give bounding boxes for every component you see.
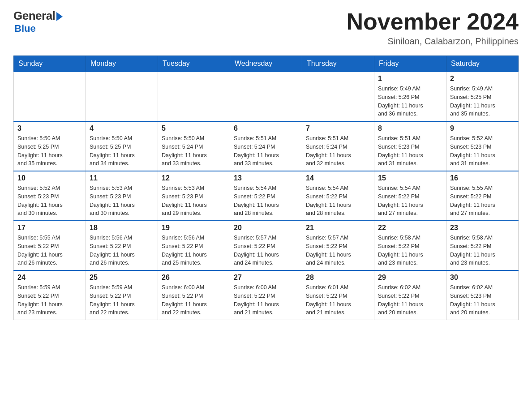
day-number: 22 xyxy=(378,224,442,232)
day-info: Sunrise: 6:02 AMSunset: 5:22 PMDaylight:… xyxy=(378,283,442,317)
logo-blue-text: Blue xyxy=(14,23,36,34)
calendar-cell: 14Sunrise: 5:54 AMSunset: 5:22 PMDayligh… xyxy=(302,171,374,221)
day-info: Sunrise: 6:00 AMSunset: 5:22 PMDaylight:… xyxy=(162,283,226,317)
day-number: 29 xyxy=(378,274,442,282)
day-number: 25 xyxy=(90,274,154,282)
day-number: 4 xyxy=(90,124,154,133)
day-number: 7 xyxy=(306,124,370,133)
calendar-table: Sunday Monday Tuesday Wednesday Thursday… xyxy=(13,56,519,320)
day-number: 30 xyxy=(450,274,515,282)
header-thursday: Thursday xyxy=(302,56,374,72)
calendar-cell: 18Sunrise: 5:56 AMSunset: 5:22 PMDayligh… xyxy=(86,221,158,270)
header-tuesday: Tuesday xyxy=(158,56,230,72)
day-number: 5 xyxy=(162,124,226,133)
header-saturday: Saturday xyxy=(446,56,519,72)
calendar-cell: 10Sunrise: 5:52 AMSunset: 5:23 PMDayligh… xyxy=(14,171,86,221)
calendar-cell: 16Sunrise: 5:55 AMSunset: 5:22 PMDayligh… xyxy=(446,171,519,221)
day-info: Sunrise: 5:56 AMSunset: 5:22 PMDaylight:… xyxy=(162,234,226,267)
calendar-cell xyxy=(14,72,86,121)
calendar-cell: 22Sunrise: 5:58 AMSunset: 5:22 PMDayligh… xyxy=(374,221,446,270)
calendar-cell xyxy=(230,72,302,121)
day-number: 28 xyxy=(306,274,370,282)
week-row-5: 24Sunrise: 5:59 AMSunset: 5:22 PMDayligh… xyxy=(14,270,519,320)
day-info: Sunrise: 5:50 AMSunset: 5:25 PMDaylight:… xyxy=(17,134,82,168)
calendar-cell: 23Sunrise: 5:58 AMSunset: 5:22 PMDayligh… xyxy=(446,221,519,270)
day-info: Sunrise: 5:51 AMSunset: 5:23 PMDaylight:… xyxy=(378,134,442,168)
day-number: 2 xyxy=(450,75,515,83)
day-info: Sunrise: 5:51 AMSunset: 5:24 PMDaylight:… xyxy=(306,134,370,168)
header-sunday: Sunday xyxy=(14,56,86,72)
week-row-4: 17Sunrise: 5:55 AMSunset: 5:22 PMDayligh… xyxy=(14,221,519,270)
calendar-cell: 19Sunrise: 5:56 AMSunset: 5:22 PMDayligh… xyxy=(158,221,230,270)
day-number: 18 xyxy=(90,224,154,232)
title-section: November 2024 Siniloan, Calabarzon, Phil… xyxy=(347,9,519,47)
day-info: Sunrise: 5:59 AMSunset: 5:22 PMDaylight:… xyxy=(90,283,154,317)
calendar-cell: 21Sunrise: 5:57 AMSunset: 5:22 PMDayligh… xyxy=(302,221,374,270)
calendar-cell: 30Sunrise: 6:02 AMSunset: 5:23 PMDayligh… xyxy=(446,270,519,320)
page-header: General Blue November 2024 Siniloan, Cal… xyxy=(13,9,519,47)
week-row-2: 3Sunrise: 5:50 AMSunset: 5:25 PMDaylight… xyxy=(14,121,519,171)
header-monday: Monday xyxy=(86,56,158,72)
day-info: Sunrise: 6:01 AMSunset: 5:22 PMDaylight:… xyxy=(306,283,370,317)
calendar-cell: 5Sunrise: 5:50 AMSunset: 5:24 PMDaylight… xyxy=(158,121,230,171)
calendar-cell: 4Sunrise: 5:50 AMSunset: 5:25 PMDaylight… xyxy=(86,121,158,171)
day-info: Sunrise: 5:53 AMSunset: 5:23 PMDaylight:… xyxy=(162,184,226,218)
day-number: 19 xyxy=(162,224,226,232)
day-info: Sunrise: 5:52 AMSunset: 5:23 PMDaylight:… xyxy=(17,184,82,218)
day-info: Sunrise: 6:02 AMSunset: 5:23 PMDaylight:… xyxy=(450,283,515,317)
calendar-cell xyxy=(86,72,158,121)
day-number: 11 xyxy=(90,174,154,182)
calendar-cell: 27Sunrise: 6:00 AMSunset: 5:22 PMDayligh… xyxy=(230,270,302,320)
calendar-cell xyxy=(302,72,374,121)
calendar-cell: 8Sunrise: 5:51 AMSunset: 5:23 PMDaylight… xyxy=(374,121,446,171)
week-row-3: 10Sunrise: 5:52 AMSunset: 5:23 PMDayligh… xyxy=(14,171,519,221)
header-wednesday: Wednesday xyxy=(230,56,302,72)
day-number: 24 xyxy=(17,274,82,282)
day-number: 16 xyxy=(450,174,515,182)
location-subtitle: Siniloan, Calabarzon, Philippines xyxy=(347,36,519,47)
day-info: Sunrise: 5:54 AMSunset: 5:22 PMDaylight:… xyxy=(306,184,370,218)
day-info: Sunrise: 5:56 AMSunset: 5:22 PMDaylight:… xyxy=(90,234,154,267)
day-number: 21 xyxy=(306,224,370,232)
month-title: November 2024 xyxy=(347,9,519,34)
calendar-cell: 17Sunrise: 5:55 AMSunset: 5:22 PMDayligh… xyxy=(14,221,86,270)
day-number: 13 xyxy=(234,174,298,182)
day-info: Sunrise: 5:54 AMSunset: 5:22 PMDaylight:… xyxy=(378,184,442,218)
calendar-cell: 26Sunrise: 6:00 AMSunset: 5:22 PMDayligh… xyxy=(158,270,230,320)
day-info: Sunrise: 5:59 AMSunset: 5:22 PMDaylight:… xyxy=(17,283,82,317)
day-number: 15 xyxy=(378,174,442,182)
calendar-cell: 13Sunrise: 5:54 AMSunset: 5:22 PMDayligh… xyxy=(230,171,302,221)
calendar-cell: 28Sunrise: 6:01 AMSunset: 5:22 PMDayligh… xyxy=(302,270,374,320)
day-number: 14 xyxy=(306,174,370,182)
day-info: Sunrise: 5:52 AMSunset: 5:23 PMDaylight:… xyxy=(450,134,515,168)
day-info: Sunrise: 5:49 AMSunset: 5:25 PMDaylight:… xyxy=(450,85,515,118)
day-info: Sunrise: 5:49 AMSunset: 5:26 PMDaylight:… xyxy=(378,85,442,118)
calendar-cell: 3Sunrise: 5:50 AMSunset: 5:25 PMDaylight… xyxy=(14,121,86,171)
calendar-cell: 7Sunrise: 5:51 AMSunset: 5:24 PMDaylight… xyxy=(302,121,374,171)
day-info: Sunrise: 5:50 AMSunset: 5:24 PMDaylight:… xyxy=(162,134,226,168)
day-info: Sunrise: 5:50 AMSunset: 5:25 PMDaylight:… xyxy=(90,134,154,168)
day-number: 3 xyxy=(17,124,82,133)
day-number: 17 xyxy=(17,224,82,232)
day-info: Sunrise: 5:53 AMSunset: 5:23 PMDaylight:… xyxy=(90,184,154,218)
day-info: Sunrise: 5:57 AMSunset: 5:22 PMDaylight:… xyxy=(234,234,298,267)
weekday-header-row: Sunday Monday Tuesday Wednesday Thursday… xyxy=(14,56,519,72)
calendar-cell: 20Sunrise: 5:57 AMSunset: 5:22 PMDayligh… xyxy=(230,221,302,270)
calendar-cell: 12Sunrise: 5:53 AMSunset: 5:23 PMDayligh… xyxy=(158,171,230,221)
day-info: Sunrise: 5:58 AMSunset: 5:22 PMDaylight:… xyxy=(450,234,515,267)
day-info: Sunrise: 5:57 AMSunset: 5:22 PMDaylight:… xyxy=(306,234,370,267)
day-number: 12 xyxy=(162,174,226,182)
calendar-cell: 11Sunrise: 5:53 AMSunset: 5:23 PMDayligh… xyxy=(86,171,158,221)
day-info: Sunrise: 5:58 AMSunset: 5:22 PMDaylight:… xyxy=(378,234,442,267)
day-info: Sunrise: 5:54 AMSunset: 5:22 PMDaylight:… xyxy=(234,184,298,218)
day-number: 8 xyxy=(378,124,442,133)
calendar-cell: 6Sunrise: 5:51 AMSunset: 5:24 PMDaylight… xyxy=(230,121,302,171)
day-number: 9 xyxy=(450,124,515,133)
day-info: Sunrise: 6:00 AMSunset: 5:22 PMDaylight:… xyxy=(234,283,298,317)
calendar-cell: 15Sunrise: 5:54 AMSunset: 5:22 PMDayligh… xyxy=(374,171,446,221)
day-number: 6 xyxy=(234,124,298,133)
day-number: 27 xyxy=(234,274,298,282)
day-number: 26 xyxy=(162,274,226,282)
calendar-cell: 25Sunrise: 5:59 AMSunset: 5:22 PMDayligh… xyxy=(86,270,158,320)
day-number: 20 xyxy=(234,224,298,232)
